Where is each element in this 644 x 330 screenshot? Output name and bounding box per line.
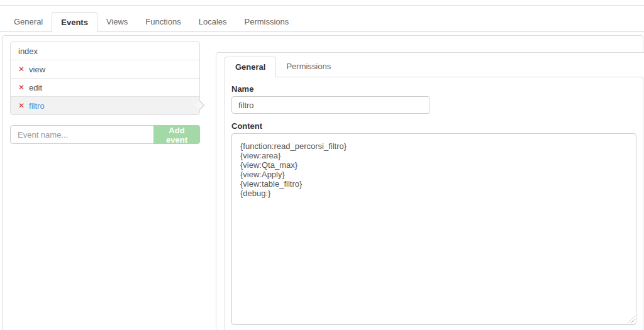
add-event-group: Add event (10, 125, 200, 144)
remove-event-icon[interactable]: ✕ (18, 84, 25, 91)
detail-tab-permissions[interactable]: Permissions (276, 57, 341, 77)
content-textarea[interactable]: {function:read_percorsi_filtro} {view:ar… (231, 133, 636, 325)
event-item-label: view (29, 65, 45, 74)
main-tab-permissions[interactable]: Permissions (236, 12, 298, 32)
content-label: Content (231, 121, 262, 131)
events-list: index ✕ view ✕ edit ✕ filtro (10, 41, 200, 115)
event-name-input[interactable] (10, 125, 154, 144)
detail-tab-general[interactable]: General (225, 57, 276, 77)
event-list-item-index[interactable]: index (11, 42, 199, 60)
top-divider (0, 5, 644, 6)
event-item-label: index (18, 47, 38, 56)
add-event-button[interactable]: Add event (153, 125, 200, 144)
event-name-field[interactable] (231, 96, 430, 114)
main-tab-general[interactable]: General (5, 12, 52, 32)
app-window: General Events Views Functions Locales P… (0, 0, 644, 330)
event-detail-panel: General Permissions Name Content {functi… (216, 52, 644, 330)
remove-event-icon[interactable]: ✕ (18, 65, 25, 73)
event-item-label: edit (29, 83, 42, 92)
content-textarea-wrap: {function:read_percorsi_filtro} {view:ar… (231, 133, 636, 325)
name-label: Name (231, 84, 253, 94)
detail-general-pane: Name Content {function:read_percorsi_fil… (225, 77, 643, 330)
main-tab-bar: General Events Views Functions Locales P… (5, 12, 297, 32)
detail-tab-bar: General Permissions (225, 57, 341, 77)
main-tab-locales[interactable]: Locales (190, 12, 236, 32)
remove-event-icon[interactable]: ✕ (18, 102, 25, 109)
main-tab-events[interactable]: Events (52, 12, 97, 32)
main-tab-functions[interactable]: Functions (136, 12, 189, 32)
event-list-item-filtro[interactable]: ✕ filtro (11, 96, 199, 114)
main-tab-views[interactable]: Views (97, 12, 136, 32)
event-item-label: filtro (29, 101, 45, 111)
event-list-item-view[interactable]: ✕ view (11, 60, 199, 78)
event-list-item-edit[interactable]: ✕ edit (11, 78, 199, 96)
